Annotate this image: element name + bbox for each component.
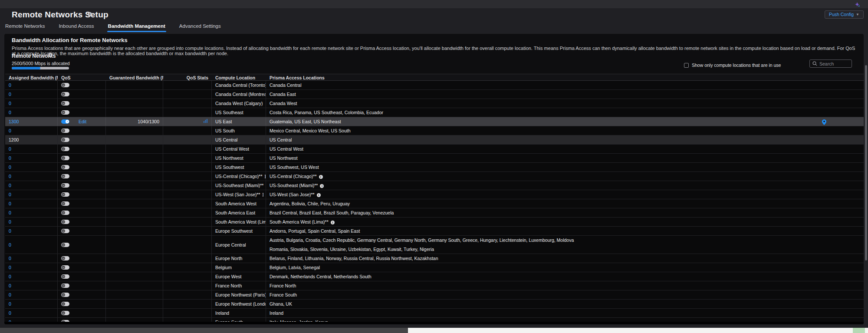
qos-toggle[interactable] [61, 256, 69, 260]
assigned-bandwidth-link[interactable]: 0 [9, 99, 11, 108]
qos-toggle[interactable] [61, 83, 69, 87]
assigned-bandwidth-link[interactable]: 0 [9, 199, 11, 208]
push-config-button[interactable]: Push Config ▼ [825, 10, 864, 19]
filter-in-use-checkbox-row[interactable]: Show only compute locations that are in … [684, 63, 781, 68]
info-icon[interactable] [320, 184, 324, 188]
table-row[interactable]: 0US SoutheastCosta Rica, Panama, US Sout… [5, 108, 864, 117]
assigned-bandwidth-link[interactable]: 0 [9, 272, 11, 281]
assigned-bandwidth-link[interactable]: 0 [9, 290, 11, 299]
assigned-bandwidth-link[interactable]: 0 [9, 309, 11, 317]
assigned-bandwidth-link[interactable]: 0 [9, 81, 11, 89]
table-row[interactable]: 0Europe SouthwestAndorra, Portugal, Spai… [5, 227, 864, 236]
qos-toggle[interactable] [61, 129, 69, 133]
column-header-guaranteed-bandwidth-mb[interactable]: Guaranteed Bandwidth (Mb... [106, 74, 163, 80]
table-row[interactable]: 0US-Southeast (Miami)**US-Southeast (Mia… [5, 181, 864, 190]
table-row[interactable]: 0US NorthwestUS Northwest [5, 154, 864, 163]
qos-toggle[interactable] [61, 302, 69, 306]
tab-inbound-access[interactable]: Inbound Access [58, 22, 95, 32]
location-pin-icon[interactable] [822, 119, 826, 127]
table-row[interactable]: 0South America WestArgentina, Bolivia, C… [5, 199, 864, 208]
assigned-bandwidth-link[interactable]: 0 [9, 163, 11, 171]
column-header-prisma-access-locations[interactable]: Prisma Access Locations [266, 74, 864, 80]
search-input[interactable] [819, 61, 849, 66]
table-row[interactable]: 0US SouthwestUS Southwest, US West [5, 163, 864, 172]
vertical-scrollbar-thumb[interactable] [865, 65, 867, 260]
table-row[interactable]: 0US-West (San Jose)**US-West (San Jose)*… [5, 190, 864, 199]
edit-link[interactable]: Edit [79, 117, 86, 126]
table-row[interactable]: 0Canada Central (Montreal)Canada East [5, 90, 864, 99]
info-icon[interactable] [317, 193, 321, 197]
column-header-compute-location[interactable]: Compute Location [212, 74, 266, 80]
assigned-bandwidth-link[interactable]: 0 [9, 227, 11, 235]
info-icon[interactable] [331, 221, 335, 224]
tab-advanced-settings[interactable]: Advanced Settings [178, 22, 222, 32]
qos-toggle[interactable] [61, 165, 69, 169]
qos-stats-chart-icon[interactable] [203, 117, 208, 126]
qos-toggle[interactable] [61, 274, 69, 279]
assigned-bandwidth-link[interactable]: 0 [9, 154, 11, 162]
page-title-info-icon[interactable] [88, 12, 92, 16]
assigned-bandwidth-link[interactable]: 0 [9, 254, 11, 263]
table-row[interactable]: 0Europe WestDenmark, Netherlands Central… [5, 272, 864, 281]
qos-toggle[interactable] [61, 183, 69, 188]
qos-toggle[interactable] [61, 265, 69, 270]
column-header-qos[interactable]: QoS [58, 74, 106, 80]
qos-toggle[interactable] [61, 92, 69, 96]
table-row[interactable]: 1200US CentralUS Central [5, 135, 864, 145]
column-header-assigned-bandwidth-mbps[interactable]: Assigned Bandwidth (Mbps) [5, 74, 58, 80]
table-row[interactable]: 0US Central WestUS Central West [5, 145, 864, 154]
table-row[interactable]: 0Canada Central (Toronto)Canada Central [5, 81, 864, 90]
column-header-qos-stats[interactable]: QoS Stats [163, 74, 212, 80]
table-row[interactable]: 0South America EastBrazil Central, Brazi… [5, 208, 864, 218]
assigned-bandwidth-link[interactable]: 0 [9, 181, 11, 190]
assigned-bandwidth-link[interactable]: 0 [9, 218, 11, 226]
table-row[interactable]: 0South America West (Lima)**South Americ… [5, 218, 864, 227]
search-box[interactable] [809, 59, 852, 68]
assigned-bandwidth-link[interactable]: 0 [9, 190, 11, 199]
qos-toggle[interactable] [61, 174, 69, 178]
assigned-bandwidth-link[interactable]: 0 [9, 108, 11, 117]
table-row[interactable]: 0BelgiumBelgium, Latvia, Senegal [5, 263, 864, 272]
assigned-bandwidth-link[interactable]: 1300 [9, 117, 19, 126]
qos-toggle[interactable] [61, 211, 69, 215]
horizontal-scrollbar-track[interactable] [4, 322, 864, 324]
qos-toggle[interactable] [61, 201, 69, 206]
qos-toggle[interactable] [61, 110, 69, 115]
info-icon[interactable] [263, 193, 263, 197]
assigned-bandwidth-link[interactable]: 0 [9, 263, 11, 272]
assigned-bandwidth-link[interactable]: 0 [9, 208, 11, 217]
qos-toggle[interactable] [61, 229, 69, 233]
table-row[interactable]: 0France NorthFrance North [5, 281, 864, 290]
table-row[interactable]: 0IrelandIreland [5, 309, 864, 318]
info-icon[interactable] [265, 175, 266, 178]
qos-toggle[interactable] [61, 220, 69, 224]
assigned-bandwidth-link[interactable]: 0 [9, 300, 11, 308]
tab-remote-networks[interactable]: Remote Networks [4, 22, 46, 32]
qos-toggle[interactable] [61, 147, 69, 151]
table-row[interactable]: 0Europe Northwest (London)Ghana, UK [5, 300, 864, 309]
qos-toggle[interactable] [61, 284, 69, 288]
assigned-bandwidth-link[interactable]: 0 [9, 145, 11, 153]
table-row[interactable]: 0Canada West (Calgary)Canada West [5, 99, 864, 108]
table-row[interactable]: 0Europe CentralAustria, Bulgaria, Croati… [5, 236, 864, 254]
info-icon[interactable] [319, 175, 323, 179]
table-row[interactable]: 0Europe Northwest (Paris)France South [5, 290, 864, 300]
qos-toggle[interactable] [61, 243, 69, 247]
table-row[interactable]: 0US SouthMexico Central, Mexico West, US… [5, 126, 864, 135]
assigned-bandwidth-link[interactable]: 0 [9, 241, 11, 249]
table-row[interactable]: 0Europe NorthBelarus, Finland, Lithuania… [5, 254, 864, 263]
remote-networks-info-icon[interactable] [48, 53, 53, 57]
table-row[interactable]: 1300Edit1040/1300US EastGuatemala, US Ea… [5, 117, 864, 126]
assigned-bandwidth-link[interactable]: 0 [9, 126, 11, 135]
qos-toggle[interactable] [61, 293, 69, 297]
qos-toggle[interactable] [61, 138, 69, 142]
tab-bandwidth-management[interactable]: Bandwidth Management [107, 22, 166, 32]
qos-toggle[interactable] [61, 156, 69, 160]
qos-toggle[interactable] [61, 192, 69, 197]
table-row[interactable]: 0US-Central (Chicago)**US-Central (Chica… [5, 172, 864, 181]
qos-toggle[interactable] [61, 119, 69, 124]
qos-toggle[interactable] [61, 101, 69, 106]
assigned-bandwidth-link[interactable]: 0 [9, 90, 11, 99]
assigned-bandwidth-link[interactable]: 0 [9, 172, 11, 181]
qos-toggle[interactable] [61, 311, 69, 315]
